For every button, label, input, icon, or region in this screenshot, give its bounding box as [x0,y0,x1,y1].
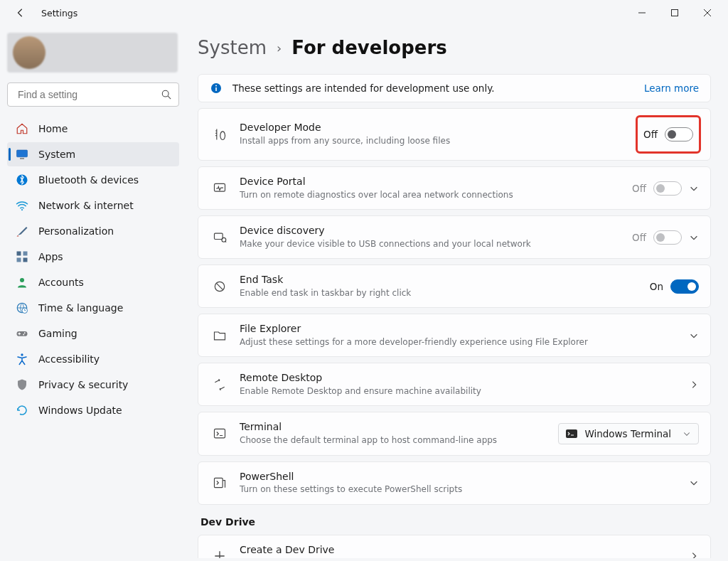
profile-card[interactable] [7,33,178,73]
row-device-discovery[interactable]: Device discovery Make your device visibl… [198,215,711,259]
close-button[interactable] [691,1,724,24]
row-powershell[interactable]: PowerShell Turn on these settings to exe… [198,461,711,505]
toggle-state: Off [632,232,646,243]
info-banner: These settings are intended for developm… [198,74,711,102]
breadcrumb-parent[interactable]: System [198,37,267,58]
combo-value: Windows Terminal [584,428,671,439]
globe-icon [16,301,28,314]
system-icon [16,148,28,161]
terminal-app-icon [566,428,577,439]
device-portal-toggle[interactable] [653,181,682,196]
maximize-button[interactable] [658,1,691,24]
nav-label: Gaming [38,328,77,339]
row-file-explorer[interactable]: File Explorer Adjust these settings for … [198,314,711,357]
chevron-right-icon[interactable] [689,380,699,390]
nav-accessibility[interactable]: Accessibility [7,347,179,371]
svg-rect-2 [17,150,28,157]
search-box[interactable] [7,82,179,107]
search-input[interactable] [16,88,161,101]
row-end-task[interactable]: End Task Enable end task in taskbar by r… [198,265,711,308]
sidebar: Home System Bluetooth & devices Network … [0,26,186,561]
svg-rect-9 [23,258,28,262]
chevron-down-icon[interactable] [689,331,699,341]
developer-mode-toggle[interactable] [665,127,693,141]
nav-privacy[interactable]: Privacy & security [7,373,179,397]
end-task-toggle[interactable] [670,279,699,294]
row-title: End Task [240,274,638,287]
nav-label: Accounts [38,277,84,288]
title-bar: Settings [0,0,728,26]
row-desc: Adjust these settings for a more develop… [240,337,678,348]
wifi-icon [16,199,28,212]
remote-icon [211,376,228,393]
nav-home[interactable]: Home [7,117,179,141]
nav-label: Windows Update [38,405,122,416]
nav-update[interactable]: Windows Update [7,398,179,422]
row-desc: Enable Remote Desktop and ensure machine… [240,386,678,397]
chevron-down-icon[interactable] [689,478,699,488]
folder-icon [211,327,228,344]
nav-label: Apps [38,251,63,262]
chevron-down-icon[interactable] [689,233,699,242]
device-discovery-toggle[interactable] [653,230,682,245]
chevron-down-icon [682,429,691,438]
banner-message: These settings are intended for developm… [232,82,634,94]
row-desc: Choose the default terminal app to host … [240,435,547,447]
accessibility-icon [16,353,28,365]
row-desc: Optimized performance for developer scen… [240,557,678,558]
svg-rect-24 [215,429,225,438]
svg-rect-3 [20,158,24,159]
highlight-box: Off [636,115,701,154]
window-title: Settings [41,8,77,18]
row-desc: Turn on remote diagnostics over local ar… [240,190,621,201]
update-icon [16,404,28,417]
toggle-state: Off [632,183,646,194]
chevron-down-icon[interactable] [689,183,699,193]
row-remote-desktop[interactable]: Remote Desktop Enable Remote Desktop and… [198,363,711,406]
svg-rect-6 [17,252,21,256]
svg-point-15 [23,334,24,336]
nav-gaming[interactable]: Gaming [7,321,179,346]
minimize-button[interactable] [626,1,658,24]
nav-network[interactable]: Network & internet [7,193,179,218]
svg-point-10 [20,278,24,282]
svg-point-5 [21,209,23,210]
row-title: PowerShell [240,471,678,483]
row-title: File Explorer [240,323,678,336]
shield-icon [16,378,28,391]
nav-label: Bluetooth & devices [38,174,139,186]
nav-label: Network & internet [38,200,134,211]
nav-bluetooth[interactable]: Bluetooth & devices [7,168,179,192]
svg-rect-18 [215,87,217,91]
row-device-portal[interactable]: Device Portal Turn on remote diagnostics… [198,166,711,210]
nav-label: Time & language [38,302,123,314]
nav-personalization[interactable]: Personalization [7,219,179,243]
breadcrumb: System › For developers [198,37,714,58]
svg-rect-25 [566,429,577,438]
powershell-icon [211,474,228,491]
row-developer-mode[interactable]: Developer Mode Install apps from any sou… [198,108,711,161]
person-icon [16,276,28,289]
monitor-pulse-icon [211,180,228,197]
prohibit-icon [211,278,228,295]
back-button[interactable] [11,4,30,22]
row-create-dev-drive[interactable]: Create a Dev Drive Optimized performance… [198,535,711,558]
nav-accounts[interactable]: Accounts [7,270,179,294]
svg-rect-7 [23,252,28,256]
banner-learn-more[interactable]: Learn more [644,82,699,94]
terminal-icon [211,425,228,442]
svg-point-22 [222,237,226,242]
row-terminal[interactable]: Terminal Choose the default terminal app… [198,412,711,455]
apps-icon [16,250,28,263]
nav-time[interactable]: Time & language [7,296,179,320]
learn-more-link[interactable]: Learn more [446,557,495,558]
svg-rect-21 [215,233,223,239]
terminal-combo[interactable]: Windows Terminal [558,423,699,444]
nav-system[interactable]: System [7,142,179,166]
home-icon [16,122,28,135]
nav-label: System [38,149,75,160]
row-desc: Make your device visible to USB connecti… [240,239,621,250]
chevron-right-icon[interactable] [689,551,699,558]
brush-icon [16,225,28,237]
nav-apps[interactable]: Apps [7,245,179,269]
